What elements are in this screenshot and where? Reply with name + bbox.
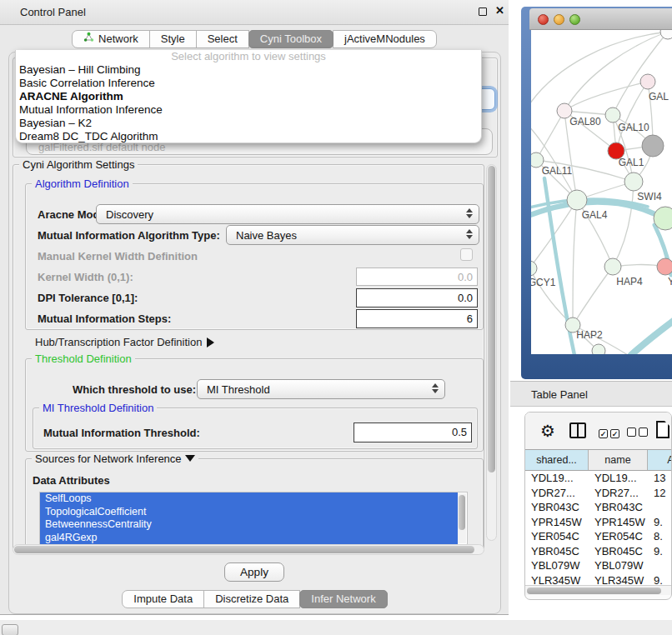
table-cell: YBR043C: [589, 500, 648, 515]
table-row[interactable]: YBL079WYBL079W: [525, 558, 672, 573]
table-row[interactable]: YLR345WYLR345W9.: [525, 573, 672, 587]
attribute-option-selfloops[interactable]: SelfLoops: [40, 492, 458, 506]
node-label-gal80: GAL80: [569, 116, 601, 128]
expand-arrow-icon: [207, 338, 214, 348]
tab-infer-network[interactable]: Infer Network: [299, 590, 387, 608]
control-panel-titlebar: Control Panel ✕: [0, 0, 509, 25]
table-cell: 9.: [648, 544, 672, 559]
table-toolbar: ⚙ ✓✓: [525, 412, 671, 449]
network-node[interactable]: [642, 135, 664, 157]
checked-boxes-icon[interactable]: ✓✓: [599, 425, 622, 440]
tab-style[interactable]: Style: [149, 30, 197, 48]
mi-threshold-field[interactable]: 0.5: [354, 422, 472, 442]
zoom-traffic-light-icon[interactable]: [569, 14, 580, 25]
settings-vertical-scrollbar[interactable]: [486, 164, 497, 541]
tab-select[interactable]: Select: [196, 30, 249, 48]
algorithm-option-mutual-information-inference[interactable]: Mutual Information Inference: [16, 103, 481, 117]
aracne-mode-combo[interactable]: Discovery: [96, 204, 479, 224]
algorithm-option-bayesian-k2[interactable]: Bayesian – K2: [16, 117, 481, 130]
close-traffic-light-icon[interactable]: [538, 14, 549, 25]
tab-network[interactable]: Network: [72, 30, 150, 48]
network-window: GALGAL80GAL10GAL1GAL11GAL4SWI4GCY1HAP4YH…: [521, 7, 672, 379]
column-header-a[interactable]: A: [648, 450, 672, 470]
collapse-arrow-icon: [185, 455, 195, 462]
network-node[interactable]: [592, 344, 605, 354]
attribute-option-topologicalcoefficient[interactable]: TopologicalCoefficient: [40, 506, 458, 519]
network-node-gcy1[interactable]: [531, 261, 537, 276]
minimize-traffic-light-icon[interactable]: [554, 14, 564, 25]
table-row[interactable]: YER054CYER054C8.: [525, 529, 672, 544]
threshold-definition-group: Threshold Definition Which threshold to …: [25, 358, 484, 452]
mi-steps-label: Mutual Information Steps:: [38, 312, 171, 325]
node-label-y: Y: [668, 276, 672, 288]
tab-jactivemnodules[interactable]: jActiveMNodules: [333, 30, 437, 48]
kernel-width-field[interactable]: 0.0: [356, 268, 478, 286]
algorithm-popup: Select algorithm to view settings Bayesi…: [15, 50, 482, 143]
column-header-name[interactable]: name: [589, 450, 648, 470]
cyni-algorithm-settings-group: Cyni Algorithm Settings Algorithm Defini…: [13, 164, 484, 549]
network-node-gal1[interactable]: [624, 172, 643, 191]
document-icon[interactable]: [656, 421, 669, 438]
table-cell: 8.: [648, 529, 672, 544]
algorithm-option-basic-correlation-inference[interactable]: Basic Correlation Inference: [16, 77, 481, 90]
mi-steps-field[interactable]: 6: [356, 309, 478, 328]
algorithm-option-aracne-algorithm[interactable]: ARACNE Algorithm: [16, 90, 481, 103]
gear-icon[interactable]: ⚙: [540, 421, 555, 441]
table-header-row: shared...nameA: [525, 449, 672, 471]
list-scrollbar[interactable]: [458, 493, 466, 543]
table-cell: YDL19...: [525, 471, 589, 486]
table-cell: YLR345W: [589, 573, 648, 587]
which-threshold-combo[interactable]: MI Threshold: [197, 379, 445, 399]
manual-kernel-checkbox[interactable]: [460, 248, 473, 261]
sources-title[interactable]: Sources for Network Inference: [32, 452, 198, 465]
mi-type-value: Naive Bayes: [236, 229, 297, 242]
control-panel: Control Panel ✕ NetworkStyleSelectCyni T…: [0, 0, 509, 615]
unchecked-boxes-icon[interactable]: [627, 425, 650, 440]
table-row[interactable]: YBR043CYBR043C: [525, 500, 672, 515]
column-header-shared[interactable]: shared...: [525, 450, 589, 470]
split-columns-icon[interactable]: [569, 422, 586, 438]
panel-corner-button[interactable]: [2, 624, 18, 635]
network-node-y[interactable]: [657, 258, 672, 275]
table-panel-title: Table Panel: [531, 388, 588, 401]
network-node[interactable]: [660, 30, 672, 39]
network-node-gal[interactable]: [640, 74, 655, 89]
table-row[interactable]: YDL19...YDL19...13: [525, 471, 672, 486]
settings-horizontal-scrollbar[interactable]: [13, 544, 484, 555]
mi-type-combo[interactable]: Naive Bayes: [226, 225, 479, 245]
threshold-definition-title: Threshold Definition: [32, 352, 135, 365]
table-cell: YDR27...: [589, 486, 648, 501]
tab-discretize-data[interactable]: Discretize Data: [203, 590, 300, 608]
table-row[interactable]: YBR045CYBR045C9.: [525, 544, 672, 559]
table-cell: 9.: [648, 515, 672, 530]
algorithm-option-bayesian-hill-climbing[interactable]: Bayesian – Hill Climbing: [16, 63, 481, 77]
which-threshold-value: MI Threshold: [207, 383, 270, 396]
algorithm-definition-title: Algorithm Definition: [32, 178, 133, 190]
tab-cyni-toolbox[interactable]: Cyni Toolbox: [248, 30, 333, 48]
sources-group: Sources for Network Inference Data Attri…: [25, 458, 484, 548]
network-node-gal4[interactable]: [567, 190, 587, 210]
table-row[interactable]: YDR27...YDR27...12: [525, 486, 672, 501]
dpi-tolerance-field[interactable]: 0.0: [356, 288, 478, 308]
table-cell: YBL079W: [525, 558, 589, 573]
table-cell: YBR045C: [525, 544, 589, 559]
screen: Control Panel ✕ NetworkStyleSelectCyni T…: [0, 0, 672, 635]
float-window-icon[interactable]: [479, 8, 487, 16]
algorithm-option-dream8-dc-tdc-algorithm[interactable]: Dream8 DC_TDC Algorithm: [16, 130, 481, 143]
table-row[interactable]: YPR145WYPR145W9.: [525, 515, 672, 530]
close-icon[interactable]: ✕: [495, 4, 504, 17]
hub-definition-toggle[interactable]: Hub/Transcription Factor Definition: [35, 336, 214, 348]
data-attributes-list[interactable]: SelfLoopsTopologicalCoefficientBetweenne…: [39, 492, 468, 545]
network-node-hap4[interactable]: [604, 258, 621, 275]
network-node-gal10[interactable]: [605, 108, 620, 122]
tab-impute-data[interactable]: Impute Data: [122, 590, 204, 608]
network-canvas[interactable]: GALGAL80GAL10GAL1GAL11GAL4SWI4GCY1HAP4YH…: [531, 30, 672, 354]
data-attributes-label: Data Attributes: [33, 474, 110, 487]
table-cell: YPR145W: [525, 515, 589, 530]
node-label-swi4: SWI4: [637, 191, 662, 202]
table-cell: YBR043C: [525, 500, 589, 515]
attribute-option-betweennesscentrality[interactable]: BetweennessCentrality: [40, 518, 458, 532]
table-horizontal-scrollbar[interactable]: [525, 585, 672, 595]
attribute-option-gal4rgexp[interactable]: gal4RGexp: [40, 532, 458, 545]
apply-button[interactable]: Apply: [224, 562, 284, 582]
